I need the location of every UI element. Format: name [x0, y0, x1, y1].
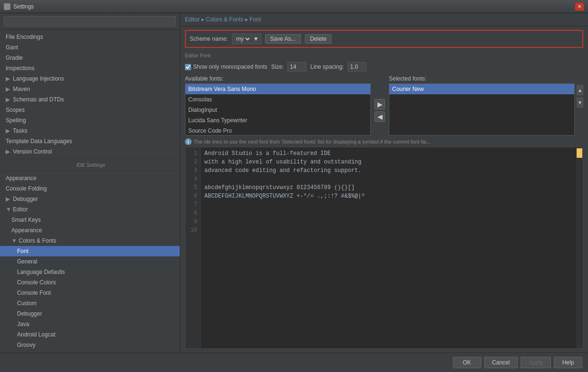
available-fonts-label: Available fonts:	[185, 75, 371, 82]
sidebar-item-tasks[interactable]: ▶ Tasks	[0, 126, 180, 136]
sidebar: File Encodings Gant Gradle Inspections ▶…	[0, 13, 180, 353]
close-button[interactable]: ✕	[575, 2, 584, 11]
selected-fonts-label: Selected fonts:	[389, 75, 575, 82]
selected-fonts-section: Selected fonts: Courier New	[389, 75, 575, 136]
sidebar-item-editor[interactable]: ▼ Editor	[0, 204, 180, 215]
line-num-6: 6	[185, 192, 200, 200]
font-item-dialoginput[interactable]: DialogInput	[185, 105, 370, 115]
chevron-down-icon: ▼	[253, 36, 259, 42]
sidebar-item-language-injections[interactable]: ▶ Language Injections	[0, 73, 180, 84]
sidebar-item-spelling[interactable]: Spelling	[0, 115, 180, 126]
scheme-bar: Scheme name: my ▼ Save As... Delete	[185, 30, 583, 48]
sidebar-item-appearance-ide[interactable]: Appearance	[0, 173, 180, 183]
main-content: Editor ▸ Colors & Fonts ▸ Font Scheme na…	[180, 13, 588, 353]
size-label: Size:	[271, 64, 284, 70]
font-item-consolas[interactable]: Consolas	[185, 94, 370, 105]
sidebar-item-version-control[interactable]: ▶ Version Control	[0, 146, 180, 157]
editor-font-header: Editor Font	[180, 52, 588, 60]
sidebar-item-gant[interactable]: Gant	[0, 42, 180, 53]
scroll-down-button[interactable]: ▼	[577, 97, 583, 108]
search-input[interactable]	[4, 16, 176, 27]
info-icon: i	[185, 138, 192, 145]
sidebar-item-java[interactable]: Java	[0, 319, 180, 329]
transfer-left-button[interactable]: ◀	[375, 111, 385, 122]
sidebar-item-smart-keys[interactable]: Smart Keys	[0, 215, 180, 225]
preview-code: Android Studio is a full-featured IDE wi…	[201, 147, 576, 348]
selected-font-courier[interactable]: Courier New	[389, 84, 574, 94]
sidebar-item-debugger-colors[interactable]: Debugger	[0, 308, 180, 319]
font-item-source-code[interactable]: Source Code Pro	[185, 126, 370, 136]
sidebar-item-maven[interactable]: ▶ Maven	[0, 84, 180, 94]
font-options: Show only monospaced fonts Size: 14 Line…	[180, 60, 588, 75]
sidebar-item-custom[interactable]: Custom	[0, 298, 180, 308]
scrollbar-thumb	[577, 148, 582, 158]
scheme-select-wrapper: my ▼	[232, 34, 261, 44]
font-transfer-buttons: ▶ ◀	[373, 75, 387, 136]
preview-scrollbar[interactable]	[576, 147, 583, 348]
line-numbers: 1 2 3 4 5 6 7 8 9 10	[185, 147, 201, 348]
line-num-5: 5	[185, 183, 200, 192]
line-num-10: 10	[185, 226, 200, 235]
font-lists-container: Available fonts: Bitstream Vera Sans Mon…	[180, 75, 588, 136]
sidebar-item-colors-fonts[interactable]: ▼ Colors & Fonts	[0, 236, 180, 246]
transfer-right-button[interactable]: ▶	[375, 99, 385, 109]
dialog: File Encodings Gant Gradle Inspections ▶…	[0, 13, 588, 372]
ide-settings-header: IDE Settings	[0, 159, 180, 171]
font-item-lucida[interactable]: Lucida Sans Typewriter	[185, 115, 370, 126]
info-bar: i The ide tries to use the next font fro…	[185, 138, 583, 145]
window-title: Settings	[13, 3, 34, 10]
line-num-2: 2	[185, 158, 200, 166]
font-item-bitstream[interactable]: Bitstream Vera Sans Mono	[185, 84, 370, 94]
sidebar-item-general[interactable]: General	[0, 256, 180, 267]
line-num-9: 9	[185, 218, 200, 226]
selected-fonts-scroll: ▲ ▼	[577, 75, 583, 136]
monospaced-checkbox[interactable]	[185, 64, 191, 70]
sidebar-item-debugger[interactable]: ▶ Debugger	[0, 194, 180, 204]
sidebar-item-language-defaults[interactable]: Language Defaults	[0, 267, 180, 277]
selected-fonts-list: Courier New	[389, 83, 575, 136]
line-spacing-label: Line spacing:	[310, 64, 344, 70]
sidebar-item-appearance-editor[interactable]: Appearance	[0, 225, 180, 236]
apply-button[interactable]: Apply	[521, 357, 551, 368]
sidebar-item-console-colors[interactable]: Console Colors	[0, 277, 180, 288]
sidebar-item-template-data-langs[interactable]: Template Data Languages	[0, 136, 180, 146]
cancel-button[interactable]: Cancel	[484, 357, 518, 368]
help-button[interactable]: Help	[554, 357, 582, 368]
app-icon	[4, 3, 10, 10]
monospaced-label-text: Show only monospaced fonts	[193, 64, 267, 70]
info-text: The ide tries to use the next font from …	[193, 139, 431, 145]
sidebar-item-groovy[interactable]: Groovy	[0, 340, 180, 350]
sidebar-item-font[interactable]: Font	[0, 246, 180, 256]
available-fonts-section: Available fonts: Bitstream Vera Sans Mon…	[185, 75, 371, 136]
scroll-up-button[interactable]: ▲	[577, 85, 583, 95]
line-num-8: 8	[185, 209, 200, 218]
line-num-7: 7	[185, 200, 200, 209]
sidebar-item-console-folding[interactable]: Console Folding	[0, 183, 180, 194]
scheme-dropdown[interactable]: my	[234, 35, 251, 43]
sidebar-item-file-encodings[interactable]: File Encodings	[0, 32, 180, 42]
sidebar-item-inspections[interactable]: Inspections	[0, 63, 180, 73]
dialog-body: File Encodings Gant Gradle Inspections ▶…	[0, 13, 588, 353]
line-num-1: 1	[185, 149, 200, 158]
ok-button[interactable]: OK	[453, 357, 481, 368]
line-spacing-input[interactable]: 1.0	[348, 62, 367, 72]
delete-button[interactable]: Delete	[305, 34, 332, 44]
line-num-3: 3	[185, 166, 200, 175]
monospaced-checkbox-label[interactable]: Show only monospaced fonts	[185, 64, 267, 70]
sidebar-item-scopes[interactable]: Scopes	[0, 105, 180, 115]
sidebar-item-console-font[interactable]: Console Font	[0, 288, 180, 298]
search-box	[0, 13, 180, 30]
title-bar: Settings ✕	[0, 0, 588, 13]
sidebar-item-schemas-dtds[interactable]: ▶ Schemas and DTDs	[0, 94, 180, 105]
sidebar-item-gradle[interactable]: Gradle	[0, 53, 180, 63]
breadcrumb: Editor ▸ Colors & Fonts ▸ Font	[180, 13, 588, 26]
save-as-button[interactable]: Save As...	[265, 34, 301, 44]
sidebar-tree: File Encodings Gant Gradle Inspections ▶…	[0, 30, 180, 353]
available-fonts-list: Bitstream Vera Sans Mono Consolas Dialog…	[185, 83, 371, 136]
size-input[interactable]: 14	[287, 62, 306, 72]
line-num-4: 4	[185, 175, 200, 183]
scheme-name-label: Scheme name:	[190, 36, 228, 42]
preview-area: 1 2 3 4 5 6 7 8 9 10 Android Studio is a…	[185, 147, 583, 349]
breadcrumb-text: Editor ▸ Colors & Fonts ▸ Font	[185, 16, 261, 23]
sidebar-item-android-logcat[interactable]: Android Logcat	[0, 329, 180, 340]
